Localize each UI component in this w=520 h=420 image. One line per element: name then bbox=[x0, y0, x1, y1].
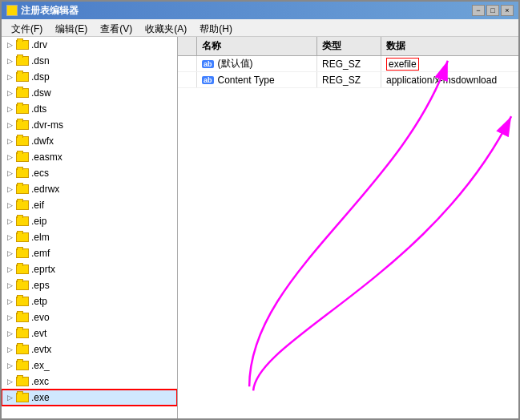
tree-item-label: .evo bbox=[31, 312, 50, 323]
expand-icon: ▷ bbox=[3, 199, 16, 212]
tree-item-dsw[interactable]: ▷ .dsw bbox=[2, 85, 177, 101]
title-buttons: − □ × bbox=[472, 5, 514, 16]
menu-help[interactable]: 帮助(H) bbox=[193, 21, 239, 34]
menu-bar: 文件(F) 编辑(E) 查看(V) 收藏夹(A) 帮助(H) bbox=[2, 19, 518, 37]
row-name-content-type: ab Content Type bbox=[197, 72, 317, 87]
tree-item-ecs[interactable]: ▷ .ecs bbox=[2, 165, 177, 181]
tree-item-label: .elm bbox=[31, 232, 50, 243]
folder-icon bbox=[16, 168, 29, 178]
tree-item-dvr-ms[interactable]: ▷ .dvr-ms bbox=[2, 117, 177, 133]
table-row[interactable]: ab (默认值) REG_SZ exefile bbox=[178, 56, 518, 72]
tree-item-easmx[interactable]: ▷ .easmx bbox=[2, 149, 177, 165]
tree-item-label: .eps bbox=[31, 280, 50, 291]
close-button[interactable]: × bbox=[501, 5, 514, 16]
tree-item-label: .dvr-ms bbox=[31, 119, 63, 131]
folder-icon bbox=[16, 393, 29, 402]
tree-item-label: .etp bbox=[31, 296, 47, 307]
folder-icon bbox=[16, 152, 29, 162]
folder-icon bbox=[16, 377, 29, 386]
tree-item-eps[interactable]: ▷ .eps bbox=[2, 277, 177, 293]
tree-item-elm[interactable]: ▷ .elm bbox=[2, 229, 177, 245]
tree-item-evo[interactable]: ▷ .evo bbox=[2, 309, 177, 325]
row-name-default: ab (默认值) bbox=[197, 56, 317, 71]
folder-icon bbox=[16, 216, 29, 226]
row-type-1: REG_SZ bbox=[317, 56, 381, 71]
folder-icon bbox=[16, 329, 29, 338]
tree-item-etp[interactable]: ▷ .etp bbox=[2, 293, 177, 309]
default-value-label: (默认值) bbox=[218, 57, 253, 71]
expand-icon: ▷ bbox=[3, 231, 16, 244]
tree-item-label: .eprtx bbox=[31, 264, 55, 275]
folder-icon bbox=[16, 281, 29, 290]
menu-view[interactable]: 查看(V) bbox=[94, 21, 139, 34]
tree-item-label: .eip bbox=[31, 216, 46, 227]
folder-icon bbox=[16, 313, 29, 322]
folder-icon bbox=[16, 297, 29, 306]
col-name-header: 名称 bbox=[197, 37, 317, 55]
tree-item-label: .dts bbox=[31, 103, 46, 115]
col-data-header: 数据 bbox=[381, 37, 518, 55]
tree-item-exc[interactable]: ▷ .exc bbox=[2, 374, 177, 390]
expand-icon: ▷ bbox=[3, 375, 16, 388]
folder-icon bbox=[16, 104, 29, 114]
row-data-exefile: exefile bbox=[381, 56, 518, 71]
tree-item-evt[interactable]: ▷ .evt bbox=[2, 325, 177, 341]
tree-item-label: .drv bbox=[31, 39, 47, 50]
tree-item-drv[interactable]: ▷ .drv bbox=[2, 37, 177, 53]
expand-icon: ▷ bbox=[3, 215, 16, 228]
tree-item-edrwx[interactable]: ▷ .edrwx bbox=[2, 181, 177, 197]
row-type-2: REG_SZ bbox=[317, 72, 381, 87]
folder-icon bbox=[16, 120, 29, 130]
title-bar: 注册表编辑器 − □ × bbox=[2, 2, 518, 19]
row-select-2 bbox=[178, 72, 197, 87]
expand-icon: ▷ bbox=[3, 151, 16, 164]
title-bar-left: 注册表编辑器 bbox=[6, 4, 79, 18]
expand-icon: ▷ bbox=[3, 263, 16, 276]
tree-item-dwfx[interactable]: ▷ .dwfx bbox=[2, 133, 177, 149]
folder-icon bbox=[16, 361, 29, 370]
tree-item-eprtx[interactable]: ▷ .eprtx bbox=[2, 261, 177, 277]
expand-icon: ▷ bbox=[3, 279, 16, 292]
ab-icon: ab bbox=[202, 60, 214, 68]
menu-edit[interactable]: 编辑(E) bbox=[49, 21, 94, 34]
main-window: 注册表编辑器 − □ × 文件(F) 编辑(E) 查看(V) 收藏夹(A) 帮助… bbox=[0, 0, 520, 420]
tree-item-dsn[interactable]: ▷ .dsn bbox=[2, 53, 177, 69]
expand-icon: ▷ bbox=[3, 135, 16, 147]
tree-item-exe[interactable]: ▷ .exe bbox=[2, 390, 177, 406]
folder-icon bbox=[16, 200, 29, 210]
maximize-button[interactable]: □ bbox=[486, 5, 499, 16]
expand-icon: ▷ bbox=[3, 87, 16, 99]
menu-file[interactable]: 文件(F) bbox=[5, 21, 49, 34]
registry-table: 名称 类型 数据 ab (默认值) REG_SZ exefile bbox=[178, 37, 518, 418]
tree-item-dsp[interactable]: ▷ .dsp bbox=[2, 69, 177, 85]
menu-favorites[interactable]: 收藏夹(A) bbox=[139, 21, 193, 34]
expand-icon: ▷ bbox=[3, 391, 16, 404]
expand-icon: ▷ bbox=[3, 359, 16, 372]
tree-item-dts[interactable]: ▷ .dts bbox=[2, 101, 177, 117]
row-data-content-type: application/x-msdownload bbox=[381, 72, 518, 87]
expand-icon: ▷ bbox=[3, 183, 16, 196]
tree-panel: ▷ .drv ▷ .dsn ▷ .dsp ▷ .dsw ▷ bbox=[2, 37, 178, 418]
tree-item-label: .exc bbox=[31, 376, 49, 387]
folder-icon bbox=[16, 72, 29, 82]
folder-icon bbox=[16, 88, 29, 98]
tree-item-evtx[interactable]: ▷ .evtx bbox=[2, 341, 177, 357]
expand-icon: ▷ bbox=[3, 343, 16, 356]
table-row[interactable]: ab Content Type REG_SZ application/x-msd… bbox=[178, 72, 518, 88]
tree-item-label: .exe bbox=[31, 392, 50, 403]
expand-icon: ▷ bbox=[3, 247, 16, 260]
ab-icon: ab bbox=[202, 76, 214, 84]
table-body: ab (默认值) REG_SZ exefile ab Content Type bbox=[178, 56, 518, 418]
minimize-button[interactable]: − bbox=[472, 5, 485, 16]
tree-item-label: .evt bbox=[31, 328, 46, 339]
folder-icon bbox=[16, 136, 29, 146]
tree-item-eip[interactable]: ▷ .eip bbox=[2, 213, 177, 229]
tree-item-ex_[interactable]: ▷ .ex_ bbox=[2, 357, 177, 374]
row-select-1 bbox=[178, 56, 197, 71]
tree-item-label: .dsp bbox=[31, 71, 50, 83]
folder-icon bbox=[16, 184, 29, 194]
tree-item-label: .emf bbox=[31, 248, 50, 259]
app-icon bbox=[6, 5, 18, 16]
tree-item-eif[interactable]: ▷ .eif bbox=[2, 197, 177, 213]
tree-item-emf[interactable]: ▷ .emf bbox=[2, 245, 177, 261]
